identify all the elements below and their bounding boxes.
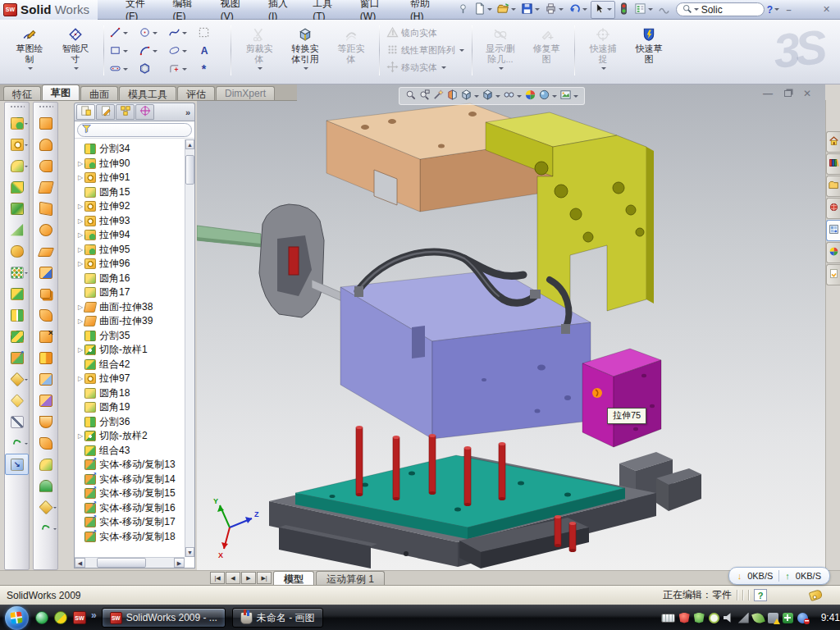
revolved-surface-button[interactable] — [34, 134, 57, 155]
swept-button[interactable] — [5, 176, 29, 198]
expand-arrow-icon[interactable]: ▷ — [76, 203, 84, 210]
ribbon-快速草图-button[interactable]: 快速草 图 — [626, 24, 672, 78]
section-button[interactable] — [446, 89, 459, 103]
tree-item[interactable]: ▷ 拉伸95 — [75, 243, 185, 258]
tree-horizontal-scrollbar[interactable]: ◀ ▶ — [75, 557, 185, 568]
scroll-thumb[interactable] — [185, 155, 194, 185]
shell-button[interactable] — [5, 198, 29, 219]
freeform-surface-button[interactable] — [34, 219, 57, 240]
swept-surface-button[interactable] — [34, 112, 57, 134]
ribbon-spline-button[interactable] — [168, 26, 196, 41]
curve2-button[interactable] — [34, 518, 57, 539]
tree-item[interactable]: 分割35 — [75, 329, 185, 344]
restore-button[interactable] — [801, 4, 815, 16]
ribbon-ellipse-button[interactable] — [168, 44, 196, 59]
open-button[interactable] — [495, 2, 518, 18]
tree-item[interactable]: ▷ 拉伸90 — [75, 157, 185, 171]
display-button[interactable] — [482, 89, 501, 103]
select-cursor-button[interactable] — [591, 1, 615, 19]
search-box[interactable]: Solic — [676, 2, 765, 16]
print-button[interactable] — [543, 2, 566, 18]
sync-blocked-icon[interactable] — [797, 613, 808, 623]
plane-button[interactable] — [5, 390, 29, 411]
ribbon-转换实体引用-button[interactable]: 转换实 体引用 — [282, 24, 328, 78]
sheet-nav-first-button[interactable]: |◀ — [210, 572, 225, 584]
panel-tab-configmanager[interactable] — [116, 104, 135, 120]
scroll-left-arrow[interactable]: ◀ — [75, 558, 85, 568]
extruded-cut-button[interactable] — [5, 134, 29, 155]
graphics-viewport[interactable]: Y Z X — ✕ 拉伸75 — [197, 84, 825, 570]
save-button[interactable] — [519, 2, 542, 18]
tree-item[interactable]: ▷ 切除-放样1 — [75, 343, 185, 358]
mid-surface-button[interactable] — [34, 368, 57, 390]
boundary-surface-button[interactable] — [34, 198, 57, 219]
quick-tips-icon[interactable]: ? — [754, 589, 767, 601]
sheet-nav-last-button[interactable]: ▶| — [257, 572, 272, 584]
expand-arrow-icon[interactable]: ▷ — [76, 246, 84, 253]
move-copy-button[interactable] — [5, 347, 29, 368]
tree-filter-input[interactable] — [77, 123, 192, 137]
extend-surface-button[interactable] — [34, 390, 57, 411]
zoomarea-button[interactable] — [418, 89, 431, 103]
tree-item[interactable]: 圆角19 — [75, 400, 185, 415]
firewall-shield-icon[interactable] — [694, 613, 705, 623]
ribbon-草图绘制-button[interactable]: 草图绘 制 — [7, 24, 52, 78]
tree-item[interactable]: ▷ 拉伸96 — [75, 257, 185, 272]
expand-arrow-icon[interactable]: ▷ — [76, 346, 84, 354]
tree-item[interactable]: 实体-移动/复制16 — [75, 501, 185, 516]
tab-曲面[interactable]: 曲面 — [80, 86, 118, 100]
linear-pattern-button[interactable] — [5, 262, 29, 283]
frame-button[interactable] — [559, 89, 579, 103]
tab-评估[interactable]: 评估 — [177, 86, 215, 100]
tree-item[interactable]: 实体-移动/复制18 — [75, 530, 185, 545]
tree-item[interactable]: 实体-移动/复制17 — [75, 515, 185, 530]
3d-model-view[interactable]: Y Z X — [197, 84, 825, 570]
wrap-button[interactable] — [5, 240, 29, 262]
split-button[interactable] — [5, 304, 29, 326]
fillet-button[interactable] — [5, 155, 29, 176]
expand-arrow-icon[interactable]: ▷ — [76, 160, 84, 167]
model-cavity-block[interactable] — [340, 270, 612, 439]
scroll-down-arrow[interactable]: ▼ — [185, 547, 194, 557]
ribbon-slot-button[interactable] — [109, 62, 137, 77]
delete-face-button[interactable] — [34, 326, 57, 347]
wand-button[interactable] — [432, 89, 445, 103]
ribbon-sketch-fillet-button[interactable]: + — [168, 62, 196, 77]
scene-button[interactable] — [538, 89, 558, 103]
tree-item[interactable]: 实体-移动/复制14 — [75, 472, 185, 487]
antivirus-shield-icon[interactable] — [679, 613, 690, 623]
toolbar-grip[interactable] — [10, 105, 25, 109]
tab-模具工具[interactable]: 模具工具 — [119, 86, 176, 100]
bodies-button[interactable] — [5, 326, 29, 347]
sketch-glyph-button[interactable] — [656, 2, 672, 18]
trim-surface-button[interactable] — [34, 411, 57, 432]
model-clamp-assembly[interactable] — [197, 204, 354, 317]
ribbon-point-button[interactable]: * — [198, 62, 226, 77]
axis-button[interactable] — [5, 411, 29, 432]
ribbon-circle-button[interactable] — [139, 26, 167, 41]
tree-item[interactable]: 圆角16 — [75, 272, 185, 286]
task-pane-tab-custom-properties[interactable] — [826, 264, 840, 285]
health-cross-icon[interactable] — [783, 613, 793, 623]
tree-item[interactable]: ▷ 拉伸97 — [75, 372, 185, 386]
tree-item[interactable]: 分割36 — [75, 415, 185, 430]
draft-button[interactable] — [5, 219, 29, 240]
minimize-button[interactable]: – — [782, 4, 796, 16]
tab-草图[interactable]: 草图 — [42, 84, 80, 100]
dome-button[interactable] — [34, 475, 57, 496]
tree-item[interactable]: ▷ 曲面-拉伸39 — [75, 314, 185, 329]
panel-expand-chevron[interactable]: » — [185, 107, 193, 117]
tree-item[interactable]: 圆角17 — [75, 285, 185, 300]
expand-arrow-icon[interactable]: ▷ — [76, 260, 84, 267]
signal-icon[interactable] — [738, 613, 749, 623]
scroll-right-arrow[interactable]: ▶ — [174, 558, 185, 568]
update-ring-icon[interactable] — [709, 613, 719, 623]
tree-item[interactable]: 圆角18 — [75, 386, 185, 401]
orient-button[interactable] — [460, 89, 480, 103]
reference-geometry2-button[interactable] — [34, 496, 57, 518]
untrim-surface-button[interactable] — [34, 432, 57, 454]
combine-button[interactable] — [5, 283, 29, 304]
tab-特征[interactable]: 特征 — [3, 86, 41, 100]
ribbon-arc-button[interactable] — [139, 44, 167, 59]
volume-icon[interactable] — [724, 613, 734, 623]
